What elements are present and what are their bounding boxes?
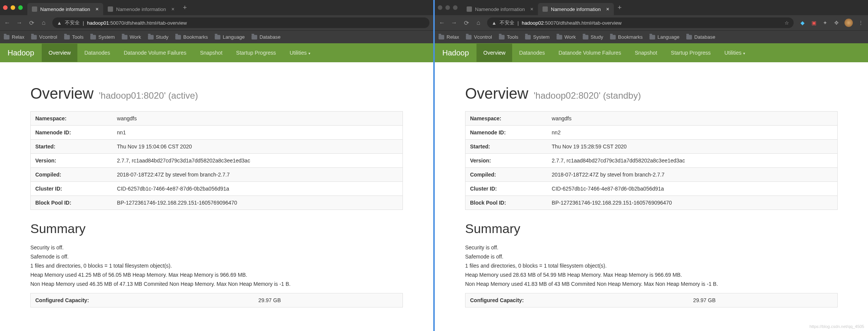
tab-title: Namenode information: [551, 6, 601, 12]
close-icon[interactable]: ×: [96, 6, 99, 12]
cell-label: Started:: [31, 140, 113, 154]
summary-line: Safemode is off.: [465, 254, 838, 260]
browser-tab[interactable]: Namenode information ×: [462, 3, 538, 15]
brand-link[interactable]: Hadoop: [8, 49, 34, 57]
star-icon[interactable]: ☆: [785, 20, 789, 26]
nav-utilities[interactable]: Utilities▾: [717, 44, 752, 62]
bookmark-folder[interactable]: Study: [148, 34, 168, 40]
bookmark-folder[interactable]: System: [90, 34, 115, 40]
close-dot-icon[interactable]: [3, 5, 8, 10]
nav-datanodes[interactable]: Datanodes: [77, 44, 117, 62]
min-dot-icon[interactable]: [11, 5, 15, 10]
cell-label: Cluster ID:: [31, 182, 113, 196]
cell-value: 2.7.7, rc1aad84bd27cd79c3d1a7dd58202a8c3…: [112, 154, 403, 168]
bookmark-label: Database: [259, 34, 281, 40]
summary-line: Heap Memory used 28.63 MB of 54.99 MB He…: [465, 272, 838, 278]
table-row: Configured Capacity:29.97 GB: [465, 293, 838, 307]
bookmark-folder[interactable]: Bookmarks: [175, 34, 208, 40]
bookmark-folder[interactable]: Work: [557, 34, 576, 40]
folder-icon: [557, 35, 562, 39]
nav-overview[interactable]: Overview: [476, 44, 512, 62]
table-row: Namespace:wangdfs: [31, 112, 403, 126]
forward-icon[interactable]: →: [451, 19, 458, 26]
nav-utilities[interactable]: Utilities▾: [283, 44, 317, 62]
bookmark-folder[interactable]: Bookmarks: [610, 34, 643, 40]
page-content: Overview 'hadoop02:8020' (standby) Names…: [435, 62, 868, 331]
reload-icon[interactable]: ⟳: [28, 19, 35, 27]
min-dot-icon[interactable]: [445, 5, 450, 10]
max-dot-icon[interactable]: [453, 5, 458, 10]
cell-value: Thu Nov 19 15:04:06 CST 2020: [112, 140, 403, 154]
bookmark-label: Bookmarks: [618, 34, 643, 40]
cell-label: Cluster ID:: [465, 182, 547, 196]
table-row: Cluster ID:CID-6257db1c-7466-4e87-87d6-0…: [465, 182, 838, 196]
bookmark-folder[interactable]: Language: [215, 34, 245, 40]
home-icon[interactable]: ⌂: [40, 19, 47, 26]
profile-avatar[interactable]: [844, 19, 853, 27]
bookmark-folder[interactable]: Database: [252, 34, 281, 40]
bookmark-label: Study: [156, 34, 168, 40]
bookmark-folder[interactable]: Language: [649, 34, 679, 40]
back-icon[interactable]: ←: [439, 19, 445, 26]
browser-tab[interactable]: Namenode information ×: [538, 3, 614, 15]
close-icon[interactable]: ×: [171, 6, 175, 12]
nav-volume-failures[interactable]: Datanode Volume Failures: [117, 44, 193, 62]
summary-line: Security is off.: [30, 244, 403, 251]
address-bar[interactable]: ▲ 不安全 | hadoop01:50070/dfshealth.html#ta…: [52, 17, 429, 28]
extension-icon[interactable]: ▣: [810, 19, 817, 26]
bookmark-folder[interactable]: Vcontrol: [31, 34, 57, 40]
table-row: Started:Thu Nov 19 15:28:59 CST 2020: [465, 140, 838, 154]
puzzle-icon[interactable]: ✥: [833, 19, 840, 26]
reload-icon[interactable]: ⟳: [463, 19, 470, 27]
extension-icon[interactable]: ✦: [822, 19, 829, 26]
cell-value: wangdfs: [112, 112, 403, 126]
nav-startup[interactable]: Startup Progress: [229, 44, 283, 62]
address-bar[interactable]: ▲ 不安全 | hadoop02:50070/dfshealth.html#ta…: [487, 17, 794, 28]
cell-value: CID-6257db1c-7466-4e87-87d6-0b2ba056d91a: [112, 182, 403, 196]
nav-snapshot[interactable]: Snapshot: [628, 44, 664, 62]
brand-link[interactable]: Hadoop: [442, 49, 469, 57]
close-icon[interactable]: ×: [530, 6, 533, 12]
tab-title: Namenode information: [475, 6, 525, 12]
cell-value: Thu Nov 19 15:28:59 CST 2020: [547, 140, 837, 154]
nav-startup[interactable]: Startup Progress: [664, 44, 717, 62]
divider: |: [83, 20, 84, 26]
home-icon[interactable]: ⌂: [475, 19, 482, 26]
close-dot-icon[interactable]: [438, 5, 442, 10]
cell-value: CID-6257db1c-7466-4e87-87d6-0b2ba056d91a: [547, 182, 837, 196]
cell-label: Namespace:: [465, 112, 547, 126]
url-rest: :50070/dfshealth.html#tab-overview: [109, 20, 187, 26]
bookmarks-bar: Relax Vcontrol Tools System Work Study B…: [0, 30, 433, 43]
bookmark-folder[interactable]: Study: [583, 34, 603, 40]
browser-tab[interactable]: Namenode information ×: [103, 3, 179, 15]
nav-overview[interactable]: Overview: [42, 44, 77, 62]
new-tab-button[interactable]: +: [179, 4, 191, 12]
url-host: hadoop02: [522, 20, 544, 26]
close-icon[interactable]: ×: [606, 6, 609, 12]
overview-table: Namespace:wangdfs Namenode ID:nn2 Starte…: [465, 111, 838, 210]
bookmark-folder[interactable]: Database: [686, 34, 715, 40]
bookmark-folder[interactable]: System: [525, 34, 549, 40]
back-icon[interactable]: ←: [4, 19, 11, 26]
bookmark-label: Vcontrol: [39, 34, 57, 40]
cell-label: Namenode ID:: [465, 126, 547, 140]
nav-snapshot[interactable]: Snapshot: [193, 44, 229, 62]
bookmark-folder[interactable]: Relax: [439, 34, 459, 40]
folder-icon: [499, 35, 505, 39]
menu-icon[interactable]: ⋮: [857, 19, 864, 26]
bookmark-folder[interactable]: Tools: [64, 34, 83, 40]
bookmark-folder[interactable]: Tools: [499, 34, 518, 40]
bookmark-folder[interactable]: Work: [122, 34, 141, 40]
nav-datanodes[interactable]: Datanodes: [512, 44, 552, 62]
summary-title: Summary: [30, 221, 403, 236]
bookmark-folder[interactable]: Vcontrol: [466, 34, 492, 40]
max-dot-icon[interactable]: [18, 5, 23, 10]
extension-icon[interactable]: ◆: [799, 19, 806, 26]
forward-icon[interactable]: →: [16, 19, 23, 26]
bookmark-folder[interactable]: Relax: [4, 34, 24, 40]
cell-label: Block Pool ID:: [465, 196, 547, 210]
new-tab-button[interactable]: +: [614, 4, 626, 12]
extension-area: ◆ ▣ ✦ ✥ ⋮: [799, 19, 864, 27]
nav-volume-failures[interactable]: Datanode Volume Failures: [552, 44, 628, 62]
browser-tab[interactable]: Namenode information ×: [27, 3, 103, 15]
